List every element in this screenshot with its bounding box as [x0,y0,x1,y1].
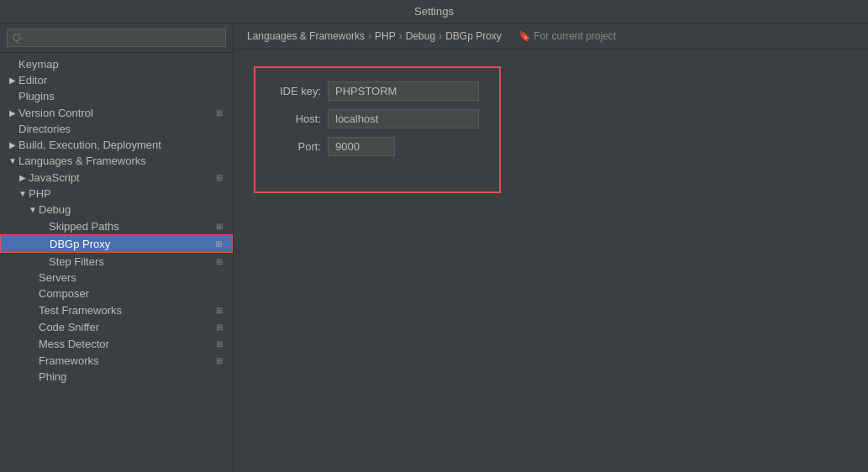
sync-icon: ⊞ [213,170,226,184]
host-input[interactable] [328,109,479,128]
port-row: Port: [262,137,479,156]
sidebar-item-dbgp-proxy[interactable]: DBGp Proxy ⊞ [0,234,233,253]
settings-panel: IDE key: Host: Port: [234,50,868,470]
sidebar-item-languages[interactable]: ▼ Languages & Frameworks [0,153,233,169]
sync-icon: ⊞ [212,237,225,250]
sync-icon: ⊞ [213,354,226,367]
sync-icon: ⊞ [213,254,226,268]
sidebar-item-skipped-paths[interactable]: Skipped Paths ⊞ [0,218,233,234]
sidebar-item-frameworks[interactable]: Frameworks ⊞ [0,352,233,369]
arrow-icon: ▼ [7,156,18,165]
port-input[interactable] [328,137,395,156]
breadcrumb-sep-2: › [399,30,402,42]
bookmark-icon: 🔖 [518,30,531,42]
sidebar-item-php[interactable]: ▼ PHP [0,186,233,202]
arrow-icon: ▶ [7,108,18,118]
host-row: Host: [262,109,479,128]
title-bar: Settings [0,0,868,24]
sidebar-item-step-filters[interactable]: Step Filters ⊞ [0,253,233,270]
sync-icon: ⊞ [213,303,226,317]
arrow-icon: ▶ [7,140,18,149]
sidebar-item-keymap[interactable]: Keymap [0,56,233,72]
ide-key-input[interactable] [328,81,479,101]
sidebar-item-plugins[interactable]: Plugins [0,88,233,104]
breadcrumb-part-4: DBGp Proxy [445,30,502,42]
breadcrumb-part-2: PHP [375,30,396,42]
arrow-icon: ▼ [27,205,39,214]
sidebar-item-servers[interactable]: Servers [0,270,233,286]
ide-key-row: IDE key: [262,81,479,101]
arrow-icon: ▶ [7,76,18,85]
breadcrumb-sep-3: › [439,30,442,42]
main-layout: Keymap ▶ Editor Plugins ▶ Version Contro… [0,24,868,470]
sync-icon: ⊞ [213,320,226,333]
arrow-icon: ▼ [17,189,29,198]
sidebar-item-composer[interactable]: Composer [0,286,233,302]
breadcrumb-part-3: Debug [406,30,435,42]
arrow-icon: ▶ [17,173,29,182]
settings-form: IDE key: Host: Port: [254,66,501,193]
content-panel: Languages & Frameworks › PHP › Debug › D… [234,24,868,470]
breadcrumb: Languages & Frameworks › PHP › Debug › D… [234,24,868,50]
sidebar-item-phing[interactable]: Phing [0,369,233,385]
breadcrumb-project: 🔖 For current project [518,30,616,42]
ide-key-label: IDE key: [262,85,321,97]
search-input[interactable] [7,29,226,47]
tree-view: Keymap ▶ Editor Plugins ▶ Version Contro… [0,53,233,470]
sync-icon: ⊞ [213,106,226,119]
sync-icon: ⊞ [213,337,226,350]
sidebar-item-mess-detector[interactable]: Mess Detector ⊞ [0,335,233,352]
sidebar-item-code-sniffer[interactable]: Code Sniffer ⊞ [0,318,233,335]
breadcrumb-sep-1: › [368,30,371,42]
sidebar-item-build[interactable]: ▶ Build, Execution, Deployment [0,137,233,153]
sidebar-item-editor[interactable]: ▶ Editor [0,72,233,88]
sidebar: Keymap ▶ Editor Plugins ▶ Version Contro… [0,24,234,470]
sidebar-item-javascript[interactable]: ▶ JavaScript ⊞ [0,169,233,186]
breadcrumb-part-1: Languages & Frameworks [247,30,365,42]
host-label: Host: [262,113,321,125]
sync-icon: ⊞ [213,219,226,233]
sidebar-item-directories[interactable]: Directories [0,121,233,137]
window-title: Settings [414,5,454,18]
sidebar-item-version-control[interactable]: ▶ Version Control ⊞ [0,104,233,121]
port-label: Port: [262,140,321,153]
sidebar-item-debug[interactable]: ▼ Debug [0,202,233,218]
search-bar [0,24,233,53]
sidebar-item-test-frameworks[interactable]: Test Frameworks ⊞ [0,302,233,318]
